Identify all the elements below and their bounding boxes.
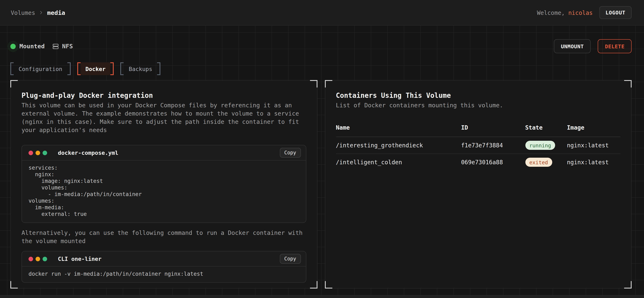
container-id: 069e73016a88 — [461, 159, 525, 165]
container-name: /interesting_grothendieck — [336, 142, 461, 149]
column-header-image: Image — [567, 124, 620, 131]
table-row: /intelligent_colden 069e73016a88 exited … — [336, 154, 620, 170]
corner-bracket-icon — [310, 80, 317, 88]
main-content: Mounted NFS UNMOUNT DELETE Configuration… — [0, 26, 644, 298]
logout-button[interactable]: LOGOUT — [599, 6, 632, 19]
column-header-id: ID — [461, 124, 525, 131]
bracket-icon — [157, 62, 160, 75]
tab-label: Backups — [124, 62, 157, 75]
cli-code: docker run -v im-media:/path/in/containe… — [22, 267, 306, 282]
corner-bracket-icon — [624, 80, 632, 88]
column-header-state: State — [525, 124, 567, 131]
traffic-green-icon — [42, 257, 47, 261]
top-bar-right: Welcome, nicolas LOGOUT — [537, 6, 632, 19]
breadcrumb-volumes-link[interactable]: Volumes — [11, 9, 35, 16]
column-header-name: Name — [336, 124, 461, 131]
volume-type-label: NFS — [62, 43, 73, 49]
bracket-icon — [120, 62, 124, 75]
tab-configuration[interactable]: Configuration — [10, 62, 70, 75]
corner-bracket-icon — [624, 281, 632, 289]
mounted-dot-icon — [10, 43, 16, 49]
tab-bar: Configuration Docker Backups — [10, 62, 632, 75]
traffic-green-icon — [42, 150, 47, 155]
containers-panel: Containers Using This Volume List of Doc… — [325, 80, 632, 289]
status-badge: running — [525, 141, 555, 150]
corner-bracket-icon — [310, 281, 317, 289]
panels: Plug-and-play Docker integration This vo… — [10, 80, 632, 289]
compose-code: services: nginx: image: nginx:latest vol… — [22, 160, 306, 222]
container-image: nginx:latest — [567, 142, 620, 149]
page: Volumes media Welcome, nicolas LOGOUT Mo… — [0, 0, 644, 298]
corner-bracket-icon — [325, 80, 332, 88]
server-icon — [52, 43, 59, 49]
cli-intro-text: Alternatively, you can use the following… — [22, 229, 306, 245]
bracket-icon — [67, 62, 70, 75]
bracket-icon — [10, 62, 14, 75]
tab-backups[interactable]: Backups — [120, 62, 160, 75]
traffic-red-icon — [28, 150, 33, 155]
panel-title: Containers Using This Volume — [336, 91, 620, 100]
delete-button[interactable]: DELETE — [598, 39, 632, 53]
container-image: nginx:latest — [567, 159, 620, 165]
corner-bracket-icon — [325, 281, 332, 289]
status-row: Mounted NFS UNMOUNT DELETE — [10, 26, 632, 53]
unmount-button[interactable]: UNMOUNT — [554, 39, 591, 53]
table-header: Name ID State Image — [336, 124, 620, 137]
tab-docker[interactable]: Docker — [77, 62, 114, 75]
breadcrumb-current: media — [47, 9, 65, 16]
traffic-yellow-icon — [36, 150, 40, 155]
tab-label: Configuration — [14, 62, 67, 75]
corner-bracket-icon — [10, 281, 18, 289]
code-block-header: CLI one-liner Copy — [22, 251, 306, 267]
chevron-right-icon — [38, 10, 44, 15]
cli-code-block: CLI one-liner Copy docker run -v im-medi… — [22, 251, 306, 283]
traffic-yellow-icon — [36, 257, 40, 261]
panel-description: This volume can be used in your Docker C… — [22, 101, 306, 134]
container-name: /intelligent_colden — [336, 159, 461, 165]
docker-integration-panel: Plug-and-play Docker integration This vo… — [10, 80, 317, 289]
top-bar: Volumes media Welcome, nicolas LOGOUT — [0, 0, 644, 26]
container-id: f1e73e7f3884 — [461, 142, 525, 149]
table-row: /interesting_grothendieck f1e73e7f3884 r… — [336, 137, 620, 154]
compose-code-block: docker-compose.yml Copy services: nginx:… — [22, 145, 306, 223]
copy-button[interactable]: Copy — [280, 254, 301, 264]
mounted-label: Mounted — [20, 43, 45, 49]
code-filename: CLI one-liner — [58, 256, 102, 262]
bracket-icon — [110, 62, 114, 75]
traffic-red-icon — [28, 257, 33, 261]
username: nicolas — [568, 9, 593, 16]
bracket-icon — [77, 62, 80, 75]
containers-table: Name ID State Image /interesting_grothen… — [336, 124, 620, 170]
status-badge: exited — [525, 158, 552, 167]
mount-status: Mounted — [10, 43, 45, 49]
panel-title: Plug-and-play Docker integration — [22, 91, 306, 100]
code-block-header: docker-compose.yml Copy — [22, 145, 306, 160]
volume-type: NFS — [52, 43, 73, 49]
tab-label: Docker — [80, 62, 110, 75]
code-filename: docker-compose.yml — [58, 149, 118, 156]
panel-subtitle: List of Docker containers mounting this … — [336, 101, 620, 109]
footer-edge — [0, 295, 644, 298]
copy-button[interactable]: Copy — [280, 148, 301, 158]
welcome-text: Welcome, nicolas — [537, 9, 593, 16]
corner-bracket-icon — [10, 80, 18, 88]
volume-actions: UNMOUNT DELETE — [554, 39, 632, 53]
